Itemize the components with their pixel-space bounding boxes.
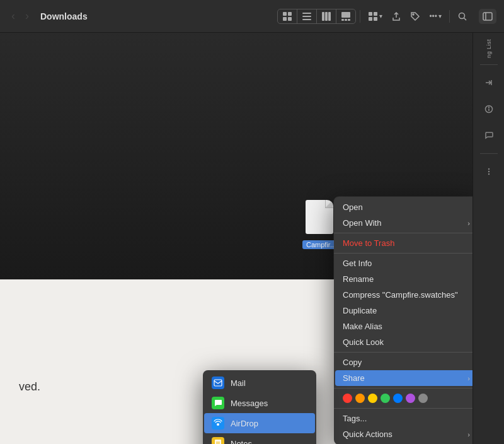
menu-item-rename[interactable]: Rename bbox=[334, 271, 472, 287]
svg-point-37 bbox=[488, 168, 489, 170]
menu-separator-4 bbox=[334, 388, 472, 389]
menu-item-get-info[interactable]: Get Info bbox=[334, 255, 472, 271]
sidebar-divider-2 bbox=[480, 153, 498, 154]
menu-item-share[interactable]: Share › bbox=[335, 370, 472, 386]
svg-rect-9 bbox=[328, 12, 331, 21]
svg-point-38 bbox=[488, 171, 489, 172]
tag-blue[interactable] bbox=[393, 394, 403, 403]
svg-point-39 bbox=[488, 173, 489, 175]
sidebar-more-button[interactable] bbox=[478, 160, 500, 183]
sidebar-divider-1 bbox=[480, 64, 498, 65]
window-title: Downloads bbox=[40, 11, 88, 21]
tag-button[interactable] bbox=[406, 9, 424, 24]
airdrop-label: AirDrop bbox=[231, 419, 258, 428]
sidebar-arrow-button[interactable] bbox=[478, 71, 500, 94]
main-area: ved. Campfir... Open Open With › Move to… bbox=[0, 33, 504, 444]
share-notes[interactable]: Notes bbox=[203, 433, 316, 444]
menu-item-compress[interactable]: Compress "Campfire.swatches" bbox=[334, 287, 472, 303]
menu-separator-5 bbox=[334, 408, 472, 409]
tag-purple[interactable] bbox=[406, 394, 415, 403]
share-submenu: Mail Messages AirDrop bbox=[203, 370, 316, 444]
file-icon-image bbox=[306, 200, 337, 238]
right-sidebar: ng List bbox=[472, 33, 504, 444]
tag-red[interactable] bbox=[343, 394, 352, 403]
nav-buttons: ‹ › bbox=[8, 8, 33, 24]
mail-icon bbox=[212, 377, 224, 389]
tag-orange[interactable] bbox=[355, 394, 365, 403]
svg-point-18 bbox=[413, 14, 414, 15]
view-mode-group bbox=[277, 9, 356, 24]
svg-point-19 bbox=[459, 13, 465, 18]
sidebar-chat-button[interactable] bbox=[478, 124, 500, 147]
svg-rect-4 bbox=[302, 13, 311, 14]
svg-rect-6 bbox=[302, 19, 311, 20]
tag-gray[interactable] bbox=[418, 394, 428, 403]
svg-rect-0 bbox=[283, 12, 287, 16]
menu-item-make-alias[interactable]: Make Alias bbox=[334, 318, 472, 334]
menu-item-move-to-trash[interactable]: Move to Trash bbox=[334, 235, 472, 251]
search-button[interactable] bbox=[454, 9, 471, 24]
svg-rect-11 bbox=[341, 19, 344, 21]
airdrop-icon bbox=[212, 417, 224, 429]
view-controls: ▾ •••▾ bbox=[277, 9, 471, 24]
svg-rect-10 bbox=[341, 12, 350, 18]
messages-icon bbox=[212, 397, 224, 409]
menu-item-quick-look[interactable]: Quick Look bbox=[334, 334, 472, 350]
messages-label: Messages bbox=[231, 399, 268, 408]
svg-rect-23 bbox=[214, 380, 222, 386]
svg-rect-14 bbox=[369, 12, 372, 16]
quick-actions-chevron-icon: › bbox=[467, 431, 470, 438]
svg-rect-1 bbox=[288, 12, 292, 16]
svg-rect-12 bbox=[345, 19, 347, 21]
menu-item-tags[interactable]: Tags... bbox=[334, 411, 472, 426]
icon-view-button[interactable] bbox=[278, 9, 297, 23]
menu-item-copy[interactable]: Copy bbox=[334, 354, 472, 370]
svg-rect-17 bbox=[374, 17, 377, 21]
menu-item-open[interactable]: Open bbox=[334, 199, 472, 215]
quick-actions-button[interactable]: ▾ bbox=[364, 9, 386, 24]
menu-separator-3 bbox=[334, 352, 472, 353]
share-mail[interactable]: Mail bbox=[203, 373, 316, 393]
menu-item-duplicate[interactable]: Duplicate bbox=[334, 303, 472, 318]
menu-item-quick-actions[interactable]: Quick Actions › bbox=[334, 426, 472, 442]
svg-rect-3 bbox=[288, 17, 292, 21]
color-tags bbox=[334, 390, 472, 406]
svg-point-36 bbox=[488, 107, 489, 108]
share-button[interactable] bbox=[387, 9, 405, 24]
sidebar-tag-list-label: ng List bbox=[486, 39, 492, 58]
tag-yellow[interactable] bbox=[368, 394, 377, 403]
notes-icon bbox=[212, 437, 224, 444]
file-paper bbox=[306, 200, 333, 234]
svg-rect-2 bbox=[283, 17, 287, 21]
svg-rect-15 bbox=[374, 12, 377, 16]
context-menu: Open Open With › Move to Trash Get Info … bbox=[334, 197, 472, 444]
separator-1 bbox=[360, 10, 360, 23]
column-view-button[interactable] bbox=[317, 9, 336, 23]
forward-button[interactable]: › bbox=[21, 8, 33, 24]
chevron-icon: › bbox=[467, 219, 470, 227]
separator-2 bbox=[449, 10, 450, 23]
menu-separator-1 bbox=[334, 233, 472, 233]
mail-label: Mail bbox=[231, 378, 246, 388]
svg-rect-16 bbox=[369, 17, 372, 21]
share-airdrop[interactable]: AirDrop bbox=[204, 413, 315, 433]
menu-separator-2 bbox=[334, 253, 472, 254]
toolbar: ‹ › Downloads bbox=[0, 0, 504, 33]
sidebar-info-button[interactable] bbox=[478, 98, 500, 120]
list-view-button[interactable] bbox=[297, 9, 317, 23]
more-options-button[interactable]: •••▾ bbox=[425, 9, 445, 23]
menu-item-open-with[interactable]: Open With › bbox=[334, 215, 472, 231]
share-messages[interactable]: Messages bbox=[203, 393, 316, 413]
svg-rect-5 bbox=[302, 16, 311, 17]
share-chevron-icon: › bbox=[467, 375, 470, 382]
tag-green[interactable] bbox=[381, 394, 390, 403]
content-text: ved. bbox=[19, 380, 40, 394]
svg-point-24 bbox=[217, 423, 219, 426]
back-button[interactable]: ‹ bbox=[8, 8, 19, 24]
svg-rect-13 bbox=[348, 19, 350, 21]
sidebar-toggle-button[interactable] bbox=[479, 9, 496, 24]
svg-rect-7 bbox=[322, 12, 324, 21]
svg-rect-8 bbox=[325, 12, 328, 21]
svg-line-20 bbox=[464, 18, 467, 20]
gallery-view-button[interactable] bbox=[336, 9, 355, 23]
